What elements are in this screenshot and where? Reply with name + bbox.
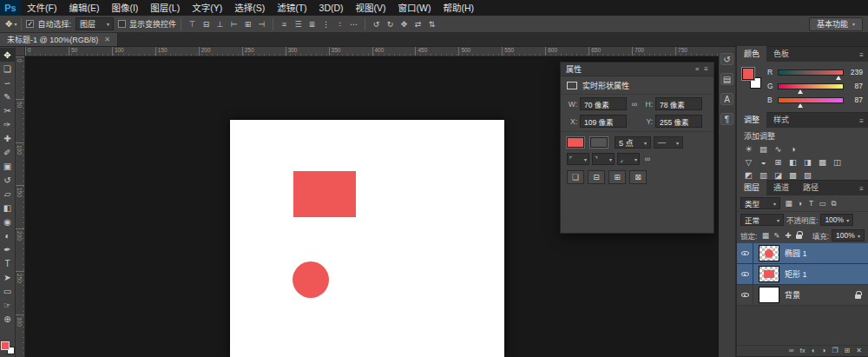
corner-radius-combo-1[interactable]: ⌜▾ (567, 153, 589, 165)
properties-panel-header[interactable]: 属性 « ≡ (561, 63, 713, 76)
lock-pixels-icon[interactable]: ✎ (771, 230, 782, 241)
link-layers-icon[interactable]: ∞ (789, 347, 794, 354)
menu-item-7[interactable]: 3D(D) (313, 0, 350, 16)
drag-3d-icon[interactable]: ✥ (398, 17, 411, 30)
subtract-front-shape-icon[interactable]: ⊟ (588, 170, 605, 184)
delete-layer-icon[interactable]: ✕ (856, 347, 862, 354)
healing-brush-tool[interactable]: ✚ (0, 131, 16, 145)
exclude-shapes-icon[interactable]: ⊠ (629, 170, 647, 184)
intersect-shapes-icon[interactable]: ⊞ (608, 170, 626, 184)
auto-select-checkbox[interactable]: ✓ 自动选择: (26, 18, 71, 30)
menu-item-10[interactable]: 帮助(H) (437, 0, 481, 16)
layers-tab-2[interactable]: 路径 (796, 180, 825, 195)
layers-tab-0[interactable]: 图层 (737, 180, 766, 195)
vibrance-icon[interactable]: ▽ (741, 155, 756, 169)
filter-adjustment-layers-icon[interactable]: ◑ (794, 198, 806, 209)
corner-radius-combo-2[interactable]: ⌝▾ (592, 153, 615, 165)
layers-tab-1[interactable]: 通道 (766, 180, 796, 195)
filter-smart-object-icon[interactable]: ⧉ (828, 198, 839, 209)
menu-item-0[interactable]: 文件(F) (21, 0, 62, 16)
channel-mixer-icon[interactable]: ▦ (815, 155, 830, 169)
layer-mask-icon[interactable]: ◐ (812, 347, 816, 354)
align-vertical-center-icon[interactable]: ⊟ (200, 17, 213, 30)
color-balance-icon[interactable]: ⊞ (771, 155, 786, 169)
rectangle-shape[interactable] (293, 171, 356, 217)
menu-item-8[interactable]: 视图(V) (350, 0, 392, 16)
panel-menu-icon[interactable]: ≡ (859, 117, 868, 128)
filter-shape-layers-icon[interactable]: ▭ (817, 198, 828, 209)
combine-shapes-icon[interactable]: ❏ (567, 170, 584, 184)
menu-item-9[interactable]: 窗口(W) (392, 0, 437, 16)
eyedropper-tool[interactable]: ✑ (0, 117, 16, 131)
distribute-top-icon[interactable]: ≡ (278, 17, 291, 30)
panel-history-icon[interactable]: ↺ (720, 53, 733, 65)
shape-tool[interactable]: ▭ (0, 284, 16, 298)
adjust-tab-1[interactable]: 样式 (766, 112, 796, 128)
panel-menu-icon[interactable]: ≡ (859, 185, 868, 195)
color-lookup-icon[interactable]: ◫ (830, 155, 845, 169)
curves-icon[interactable]: ∿ (771, 142, 786, 155)
menu-item-5[interactable]: 选择(S) (228, 0, 271, 16)
filter-type-layers-icon[interactable]: T (806, 198, 817, 209)
new-layer-icon[interactable]: ⊞ (845, 347, 851, 354)
close-tab-icon[interactable]: ✕ (104, 36, 110, 43)
channel-slider-B[interactable] (778, 97, 844, 103)
crop-tool[interactable]: ✂ (0, 103, 16, 117)
align-horizontal-center-icon[interactable]: ⊞ (241, 17, 254, 30)
marquee-tool[interactable]: ❏ (0, 62, 16, 76)
photo-filter-icon[interactable]: ◨ (800, 155, 815, 169)
slider-thumb-icon[interactable] (798, 103, 803, 108)
path-selection-tool[interactable]: ➤ (0, 270, 16, 284)
stroke-color-swatch[interactable] (590, 137, 608, 148)
zoom-tool[interactable]: ⊕ (0, 312, 16, 326)
panel-menu-icon[interactable]: ≡ (704, 65, 708, 73)
filter-pixel-layers-icon[interactable]: ▦ (783, 198, 794, 209)
height-field[interactable]: 78 像素 (655, 97, 702, 110)
type-tool[interactable]: T (0, 256, 16, 270)
adjustment-layer-icon[interactable]: ◑ (822, 347, 826, 354)
x-field[interactable]: 109 像素 (580, 115, 627, 128)
stroke-width-dropdown[interactable]: 5 点 ▾ (615, 136, 651, 149)
gradient-tool[interactable]: ◧ (0, 201, 16, 215)
color-tab-0[interactable]: 颜色 (737, 46, 766, 62)
panel-menu-icon[interactable]: ≡ (859, 51, 868, 62)
panel-paragraph-icon[interactable]: ¶ (720, 113, 733, 125)
quick-selection-tool[interactable]: ✎ (0, 89, 16, 103)
rotate-3d-icon[interactable]: ↺ (370, 17, 383, 30)
collapse-panel-icon[interactable]: « (695, 65, 699, 73)
menu-item-3[interactable]: 图层(L) (144, 0, 186, 16)
fill-dropdown[interactable]: 100% ▾ (832, 229, 865, 241)
panel-navigator-icon[interactable]: ▤ (720, 73, 733, 85)
brush-tool[interactable]: ✐ (0, 145, 16, 159)
align-right-icon[interactable]: ⊣ (255, 17, 268, 30)
vertical-ruler[interactable]: 050100150200250300 (16, 56, 25, 357)
link-corners-icon[interactable]: ∞ (642, 155, 653, 163)
layer-filter-dropdown[interactable]: 类型 ▾ (740, 197, 780, 209)
foreground-color-swatch[interactable] (1, 341, 10, 350)
layer-visibility-toggle[interactable] (737, 264, 753, 284)
panel-character-icon[interactable]: A (720, 93, 733, 105)
distribute-vertical-center-icon[interactable]: ☰ (292, 17, 305, 30)
y-field[interactable]: 255 像素 (655, 115, 702, 128)
menu-item-6[interactable]: 滤镜(T) (271, 0, 312, 16)
distribute-horizontal-center-icon[interactable]: ∶ (333, 17, 346, 30)
exposure-icon[interactable]: ◑ (786, 142, 800, 155)
tool-preset-button[interactable]: ✥ ▾ (5, 19, 16, 29)
auto-select-dropdown[interactable]: 图层 ▾ (76, 17, 114, 30)
blur-tool[interactable]: ◉ (0, 215, 16, 228)
slider-thumb-icon[interactable] (836, 76, 841, 80)
document-canvas[interactable] (230, 120, 504, 357)
layer-row-2[interactable]: 矩形 1 (737, 264, 868, 285)
corner-radius-combo-3[interactable]: ⌟▾ (617, 153, 640, 165)
hue-saturation-icon[interactable]: ◒ (756, 155, 771, 169)
stroke-type-dropdown[interactable]: — ▾ (654, 136, 683, 149)
black-white-icon[interactable]: ◧ (786, 155, 800, 169)
align-top-icon[interactable]: ⊤ (186, 17, 199, 30)
fill-color-swatch[interactable] (567, 137, 584, 148)
slide-3d-icon[interactable]: ⇄ (411, 17, 424, 30)
channel-slider-G[interactable] (778, 83, 844, 89)
brightness-contrast-icon[interactable]: ☀ (741, 142, 756, 155)
distribute-right-icon[interactable]: ⋯ (347, 17, 360, 30)
layer-visibility-toggle[interactable] (737, 285, 753, 305)
move-tool[interactable]: ✥ (0, 48, 16, 62)
